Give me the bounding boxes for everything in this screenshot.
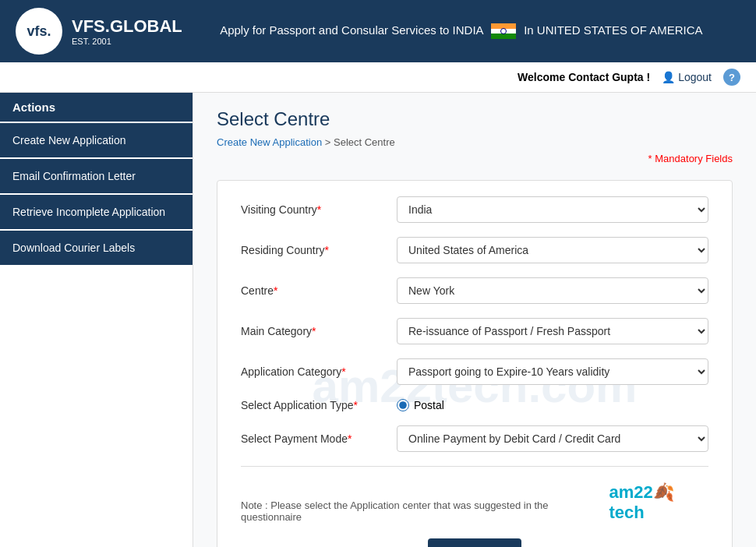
logout-icon: 👤 [662,71,675,83]
am22-leaf-icon: 🍂 [653,482,674,502]
help-button[interactable]: ? [723,69,740,86]
breadcrumb-link-1[interactable]: Create New Application [217,136,322,148]
postal-radio[interactable] [397,399,409,411]
header-tagline: Apply for Passport and Consular Services… [182,23,740,39]
visiting-country-control: India [397,196,708,223]
logo-area: vfs. VFS.GLOBAL EST. 2001 [16,8,182,55]
note-section: Note : Please select the Application cen… [241,482,708,523]
centre-label: Centre* [241,284,397,297]
payment-mode-row: Select Payment Mode* Online Payment by D… [241,425,708,452]
payment-mode-select[interactable]: Online Payment by Debit Card / Credit Ca… [397,425,708,452]
sidebar-item-download-courier[interactable]: Download Courier Labels [0,231,193,265]
app-type-control: Postal [397,399,708,411]
logo-circle: vfs. [16,8,62,55]
logout-label: Logout [678,71,712,83]
breadcrumb-separator: > [325,136,334,148]
app-category-label: Application Category* [241,365,397,378]
mandatory-asterisk: * [648,153,652,164]
sidebar-item-retrieve-incomplete[interactable]: Retrieve Incomplete Application [0,195,193,229]
welcome-text: Welcome Contact Gupta ! [518,71,650,83]
main-category-control: Re-issuance of Passport / Fresh Passport [397,318,708,344]
sidebar-item-retrieve-label: Retrieve Incomplete Application [12,206,165,218]
visiting-country-row: Visiting Country* India [241,196,708,223]
payment-mode-label: Select Payment Mode* [241,432,397,445]
payment-mode-control: Online Payment by Debit Card / Credit Ca… [397,425,708,452]
tagline-text: Apply for Passport and Consular Services… [220,23,483,37]
app-category-row: Application Category* Passport going to … [241,358,708,385]
residing-country-control: United States of America [397,237,708,263]
sidebar: Actions Create New Application Email Con… [0,93,193,547]
sidebar-item-email-label: Email Confirmation Letter [12,170,136,182]
visiting-country-label: Visiting Country* [241,203,397,216]
sidebar-item-create-new[interactable]: Create New Application [0,123,193,157]
sidebar-header: Actions [0,93,193,122]
postal-radio-text: Postal [414,399,444,411]
centre-control: New York [397,277,708,304]
am22-logo: am22🍂tech [609,482,708,523]
main-category-label: Main Category* [241,325,397,337]
layout: Actions Create New Application Email Con… [0,93,756,547]
main-category-row: Main Category* Re-issuance of Passport /… [241,318,708,344]
brand-name: VFS.GLOBAL [72,16,182,37]
app-category-control: Passport going to Expire-10 Years validi… [397,358,708,385]
breadcrumb-current: Select Centre [334,136,395,148]
app-category-select[interactable]: Passport going to Expire-10 Years validi… [397,358,708,385]
page-title: Select Centre [217,108,733,130]
postal-radio-label[interactable]: Postal [397,399,708,411]
visiting-country-select[interactable]: India [397,196,708,223]
residing-country-select[interactable]: United States of America [397,237,708,263]
mandatory-label: Mandatory Fields [655,153,733,164]
header: vfs. VFS.GLOBAL EST. 2001 Apply for Pass… [0,0,756,62]
app-type-row: Select Application Type* Postal [241,399,708,411]
centre-select[interactable]: New York [397,277,708,304]
sidebar-item-create-new-label: Create New Application [12,134,126,146]
sidebar-item-email-confirmation[interactable]: Email Confirmation Letter [0,159,193,193]
app-type-label: Select Application Type* [241,399,397,411]
note-text: Note : Please select the Application cen… [241,499,609,523]
breadcrumb: Create New Application > Select Centre [217,136,733,148]
topbar: Welcome Contact Gupta ! 👤 Logout ? [0,62,756,93]
logo-text: vfs. [26,23,51,40]
residing-country-label: Residing Country* [241,244,397,256]
country-text: In UNITED STATES OF AMERICA [524,23,702,37]
sidebar-item-download-label: Download Courier Labels [12,242,135,254]
india-flag [491,23,516,39]
form-divider [241,466,708,467]
main-content: Select Centre Create New Application > S… [193,93,756,547]
est-text: EST. 2001 [72,37,182,46]
visiting-country-req: * [317,203,321,216]
logo-text-block: VFS.GLOBAL EST. 2001 [72,16,182,46]
help-icon: ? [729,72,735,83]
mandatory-note: * Mandatory Fields [217,153,733,164]
centre-row: Centre* New York [241,277,708,304]
form-section: am22tech.com Visiting Country* India Res… [217,180,733,547]
continue-button[interactable]: Continue [428,538,521,547]
logout-button[interactable]: 👤 Logout [662,71,712,83]
residing-country-row: Residing Country* United States of Ameri… [241,237,708,263]
main-category-select[interactable]: Re-issuance of Passport / Fresh Passport [397,318,708,344]
